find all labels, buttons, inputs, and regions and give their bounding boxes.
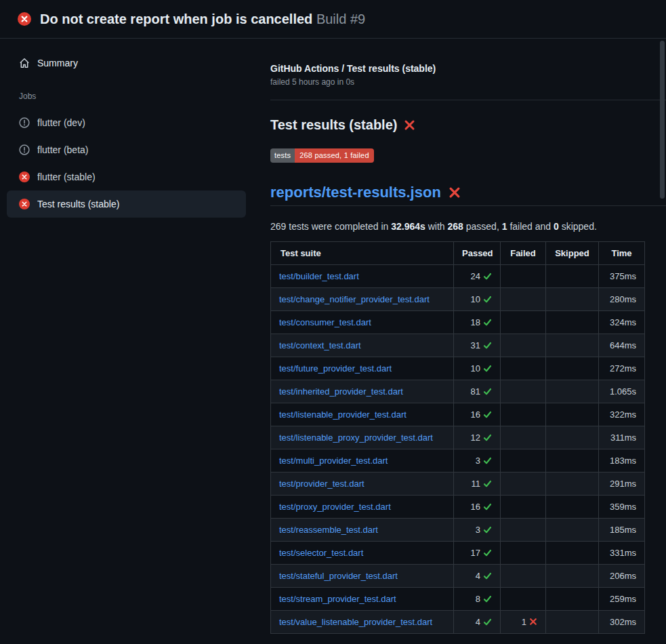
suite-cell: test/listenable_provider_test.dart [271,403,454,426]
skipped-cell [546,565,599,588]
sidebar-item-flutter-stable[interactable]: flutter (stable) [7,163,246,190]
passed-cell: 12 [454,426,501,449]
summary-segment: 269 tests were completed in [270,221,391,232]
suite-link[interactable]: test/multi_provider_test.dart [279,456,388,466]
check-icon [483,364,492,373]
table-row: test/multi_provider_test.dart 3 183ms [271,449,645,472]
failed-cell [501,542,546,565]
table-row: test/inherited_provider_test.dart 81 1.0… [271,380,645,403]
suite-link[interactable]: test/proxy_provider_test.dart [279,502,391,512]
time-cell: 302ms [599,611,645,634]
table-row: test/proxy_provider_test.dart 16 359ms [271,496,645,519]
skipped-cell [546,496,599,519]
check-icon [483,433,492,442]
time-cell: 324ms [599,311,645,334]
suite-link[interactable]: test/reassemble_test.dart [279,525,378,535]
suite-cell: test/proxy_provider_test.dart [271,496,454,519]
suite-link[interactable]: test/listenable_proxy_provider_test.dart [279,432,433,443]
suite-link[interactable]: test/stateful_provider_test.dart [279,571,398,581]
passed-cell: 16 [454,496,501,519]
suite-link[interactable]: test/stream_provider_test.dart [279,594,396,604]
failed-cell [501,426,546,449]
sidebar-item-label: Summary [37,58,78,68]
report-link[interactable]: reports/test-results.json [270,184,441,201]
failed-cell [501,449,546,472]
sidebar-item-label: flutter (stable) [37,172,96,182]
suite-link[interactable]: test/future_provider_test.dart [279,363,392,374]
passed-cell: 17 [454,542,501,565]
sidebar-item-label: flutter (beta) [37,144,88,155]
suite-link[interactable]: test/selector_test.dart [279,548,363,558]
failed-cell [501,334,546,357]
time-cell: 259ms [599,588,645,611]
skipped-cell [546,542,599,565]
home-icon [19,58,30,68]
time-cell: 311ms [599,426,645,449]
column-header-time: Time [599,242,645,265]
passed-cell: 4 [454,611,501,634]
failed-cell [501,380,546,403]
badge-label: tests [270,148,295,163]
column-header-passed: Passed [454,242,501,265]
time-cell: 206ms [599,565,645,588]
sidebar-item-flutter-dev[interactable]: flutter (dev) [7,109,246,136]
results-table-body: test/builder_test.dart 24 375ms test/cha… [271,265,645,634]
passed-cell: 11 [454,472,501,496]
time-cell: 375ms [599,265,645,288]
suite-cell: test/change_notifier_provider_test.dart [271,288,454,311]
section-title-text: Test results (stable) [270,117,397,133]
summary-count: 0 [554,221,559,232]
skipped-cell [546,611,599,634]
suite-link[interactable]: test/change_notifier_provider_test.dart [279,294,430,304]
alert-circle-icon [19,144,30,155]
column-header-failed: Failed [501,242,546,265]
skipped-cell [546,334,599,357]
suite-link[interactable]: test/value_listenable_provider_test.dart [279,617,432,627]
failed-x-icon [404,119,415,131]
passed-cell: 18 [454,311,501,334]
suite-link[interactable]: test/listenable_provider_test.dart [279,409,407,420]
scrollbar-thumb[interactable] [660,41,665,199]
passed-cell: 81 [454,380,501,403]
sidebar-item-flutter-beta[interactable]: flutter (beta) [7,136,246,163]
skipped-cell [546,403,599,426]
failed-cell [501,288,546,311]
results-table-head: Test suite Passed Failed Skipped Time [271,242,645,265]
summary-count: 32.964s [391,221,425,232]
table-row: test/selector_test.dart 17 331ms [271,542,645,565]
suite-cell: test/future_provider_test.dart [271,357,454,380]
check-icon [483,502,492,511]
summary-count: 268 [448,221,463,232]
passed-cell: 24 [454,265,501,288]
failed-cell [501,265,546,288]
summary-segment: passed, [463,221,502,232]
summary-segment: failed and [507,221,554,232]
suite-link[interactable]: test/consumer_test.dart [279,317,371,327]
table-row: test/provider_test.dart 11 291ms [271,472,645,496]
time-cell: 322ms [599,403,645,426]
failed-cell [501,565,546,588]
suite-link[interactable]: test/context_test.dart [279,340,361,350]
sidebar-item-test-results-stable[interactable]: Test results (stable) [7,190,246,218]
divider [270,100,666,100]
sidebar-item-summary[interactable]: Summary [7,51,246,75]
time-cell: 644ms [599,334,645,357]
check-run-page: Do not create report when job is cancell… [0,0,666,644]
table-row: test/stream_provider_test.dart 8 259ms [271,588,645,611]
check-icon [483,618,492,626]
suite-cell: test/stream_provider_test.dart [271,588,454,611]
suite-link[interactable]: test/builder_test.dart [279,271,359,281]
passed-cell: 3 [454,449,501,472]
results-table: Test suite Passed Failed Skipped Time te… [270,241,645,634]
passed-cell: 4 [454,565,501,588]
jobs-list: flutter (dev) flutter (beta) flutter (st… [7,109,246,218]
failed-cell [501,311,546,334]
time-cell: 331ms [599,542,645,565]
layout: Summary Jobs flutter (dev) flutter (beta… [0,39,666,644]
suite-cell: test/provider_test.dart [271,472,454,496]
suite-link[interactable]: test/provider_test.dart [279,479,365,489]
skipped-cell [546,472,599,496]
suite-link[interactable]: test/inherited_provider_test.dart [279,386,403,397]
page-title: Do not create report when job is cancell… [40,12,365,27]
summary-segment: skipped. [559,221,597,232]
